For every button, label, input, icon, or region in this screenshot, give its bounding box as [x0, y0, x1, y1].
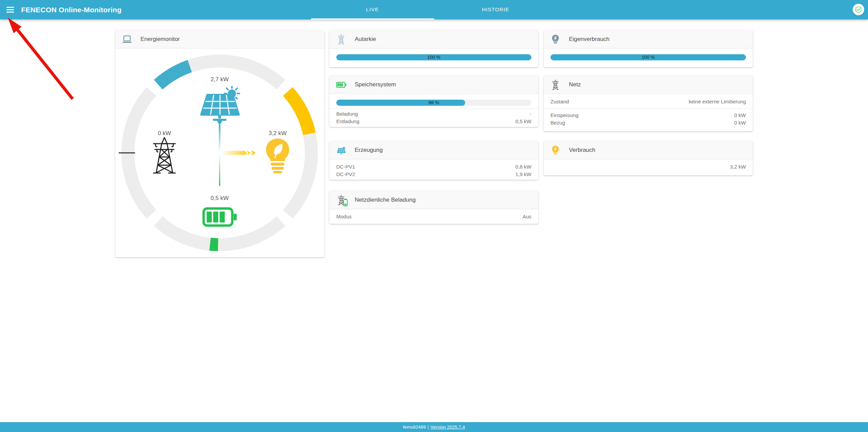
- production-value: 2,7 kW: [211, 76, 229, 83]
- table-row: Bezug 0 kW: [544, 119, 753, 127]
- menu-button[interactable]: [4, 4, 16, 16]
- row-value: 3,2 kW: [730, 163, 746, 171]
- row-value: 1,9 kW: [515, 171, 531, 178]
- row-value: -: [530, 110, 531, 118]
- tab-bar: LIVE HISTORIE: [311, 0, 557, 19]
- table-row: DC-PV2 1,9 kW: [329, 171, 538, 178]
- consumption-arc: [288, 91, 309, 134]
- row-value: 0,5 kW: [515, 118, 531, 125]
- table-row: 3,2 kW: [544, 163, 753, 171]
- app-footer: fems82489|Version 2025.7.4: [0, 422, 868, 432]
- battery-icon: [204, 208, 237, 226]
- card-netz: Netz Zustand keine externe Limitierung E…: [544, 76, 753, 131]
- selfconsumption-progress-label: 100 %: [550, 54, 746, 60]
- row-value: 0 kW: [734, 112, 746, 119]
- table-row: Einspeisung 0 kW: [544, 112, 753, 119]
- check-circle-icon: [855, 5, 862, 14]
- solar-panel-icon: [201, 86, 239, 121]
- card-title: Erzeugung: [355, 147, 383, 154]
- pylon-icon: [335, 34, 347, 45]
- row-label: Bezug: [550, 119, 565, 127]
- row-label: Modus: [336, 213, 352, 220]
- bulb-icon: [549, 34, 561, 44]
- table-row: DC-PV1 0,8 kW: [329, 163, 538, 171]
- table-row: Zustand keine externe Limitierung: [544, 97, 753, 106]
- row-label: Einspeisung: [550, 112, 578, 119]
- soc-progress-label: 66 %: [336, 100, 531, 106]
- autarky-progress-label: 100 %: [336, 54, 531, 60]
- row-value: 0,8 kW: [515, 163, 531, 171]
- tab-historie[interactable]: HISTORIE: [434, 0, 557, 19]
- card-title: Verbrauch: [569, 147, 595, 154]
- row-label: DC-PV2: [336, 171, 355, 178]
- card-title: Netz: [569, 81, 581, 88]
- card-erzeugung: Erzeugung DC-PV1 0,8 kW DC-PV2 1,9 kW: [329, 141, 538, 180]
- connection-status-button[interactable]: [853, 4, 864, 15]
- tab-historie-label: HISTORIE: [482, 6, 509, 12]
- card-energymonitor: Energiemonitor: [115, 30, 324, 257]
- card-eigenverbrauch: Eigenverbrauch 100 %: [544, 30, 753, 67]
- table-row: Modus Aus: [329, 213, 538, 220]
- app-header: FENECON Online-Monitoring LIVE HISTORIE: [0, 0, 868, 19]
- row-label: Beladung: [336, 110, 358, 118]
- energymonitor-card-header[interactable]: Energiemonitor: [115, 30, 324, 48]
- production-arc: [158, 66, 190, 85]
- card-title: Energiemonitor: [141, 36, 180, 43]
- pylon-battery-icon: [335, 195, 347, 205]
- divider: [544, 109, 753, 109]
- card-speichersystem: Speichersystem 66 % Beladung - Entladung…: [329, 76, 538, 127]
- bulb-icon: [549, 145, 561, 155]
- grid-pylon-icon: [153, 138, 175, 173]
- app-title: FENECON Online-Monitoring: [21, 6, 121, 14]
- row-label: Entladung: [336, 118, 359, 125]
- storage-value: 0,5 kW: [211, 195, 229, 201]
- selfconsumption-progress-bar: 100 %: [550, 54, 746, 60]
- table-row: Beladung -: [329, 110, 538, 118]
- grid-value: 0 kW: [158, 130, 171, 136]
- tab-live-label: LIVE: [366, 6, 379, 12]
- card-netzdienliche-beladung: Netzdienliche Beladung Modus Aus: [329, 191, 538, 224]
- row-label: DC-PV1: [336, 163, 355, 171]
- card-title: Eigenverbrauch: [569, 36, 609, 43]
- storage-card-header[interactable]: Speichersystem: [329, 76, 538, 94]
- row-value: 0 kW: [734, 119, 746, 127]
- production-card-header[interactable]: Erzeugung: [329, 141, 538, 159]
- footer-separator: |: [427, 424, 429, 430]
- soc-progress-bar: 66 %: [336, 100, 531, 106]
- gridfriendly-card-header[interactable]: Netzdienliche Beladung: [329, 191, 538, 209]
- monitor-icon: [121, 35, 133, 44]
- grid-card-header[interactable]: Netz: [544, 76, 753, 94]
- row-value: Aus: [523, 213, 531, 220]
- card-title: Autarkie: [355, 36, 376, 43]
- card-verbrauch: Verbrauch 3,2 kW: [544, 141, 753, 175]
- pylon-icon: [549, 80, 561, 90]
- hamburger-icon: [6, 7, 14, 8]
- energy-flow-diagram: 2,7 kW 0 kW 3,2 kW 0,5 kW: [117, 51, 322, 255]
- version-link[interactable]: Version 2025.7.4: [430, 424, 465, 430]
- table-row: Entladung 0,5 kW: [329, 118, 538, 125]
- production-flow-arrow: [217, 121, 222, 126]
- autarky-progress-bar: 100 %: [336, 54, 531, 60]
- card-title: Netzdienliche Beladung: [355, 197, 416, 203]
- device-id: fems82489: [403, 424, 426, 430]
- consumption-bulb-icon: [266, 139, 289, 173]
- divider: [329, 109, 538, 109]
- tab-live[interactable]: LIVE: [311, 0, 434, 19]
- storage-arc: [210, 244, 218, 245]
- consumption-card-header[interactable]: Verbrauch: [544, 141, 753, 159]
- consumption-value: 3,2 kW: [269, 130, 287, 136]
- autarky-card-header[interactable]: Autarkie: [329, 30, 538, 48]
- card-autarkie: Autarkie 100 %: [329, 30, 538, 67]
- card-title: Speichersystem: [355, 81, 396, 88]
- solar-panel-icon: [335, 146, 347, 154]
- row-label: Zustand: [550, 97, 569, 106]
- row-value: keine externe Limitierung: [689, 97, 746, 106]
- selfconsumption-card-header[interactable]: Eigenverbrauch: [544, 30, 753, 48]
- consumption-flow-arrow: [222, 150, 256, 156]
- battery-icon: [335, 82, 347, 88]
